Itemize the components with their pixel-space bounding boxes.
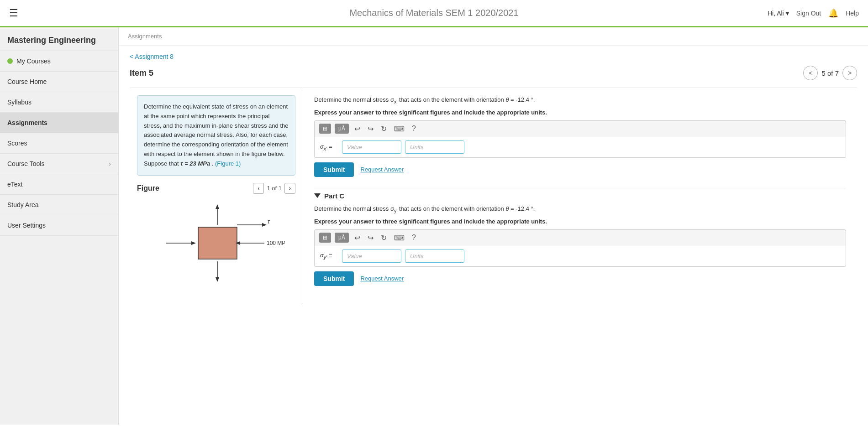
green-dot-icon — [7, 58, 13, 64]
part-c-redo-button[interactable]: ↪ — [366, 233, 375, 243]
part-c-help-button[interactable]: ? — [410, 233, 418, 243]
sidebar-item-syllabus[interactable]: Syllabus — [0, 92, 118, 113]
part-b-instruction: Express your answer to three significant… — [314, 109, 846, 116]
keyboard-button[interactable]: ⌨ — [392, 124, 406, 134]
figure-prev-button[interactable]: ‹ — [253, 183, 264, 194]
item-title: Item 5 — [130, 68, 153, 78]
sidebar: Mastering Engineering My Courses Course … — [0, 27, 119, 425]
prev-item-button[interactable]: < — [803, 66, 818, 80]
part-c-answer-row: σy′ = — [314, 246, 846, 267]
bell-icon[interactable]: 🔔 — [828, 8, 838, 18]
svg-text:τ: τ — [268, 218, 270, 225]
top-nav: ☰ Mechanics of Materials SEM 1 2020/2021… — [0, 0, 868, 27]
sidebar-nav: My Courses Course Home Syllabus Assignme… — [0, 51, 118, 236]
part-c-undo-button[interactable]: ↩ — [352, 233, 362, 243]
problem-description: Determine the equivalent state of stress… — [137, 95, 295, 176]
part-c-question: Determine the normal stress σy′ that act… — [314, 204, 846, 214]
figure-pagination: ‹ 1 of 1 › — [253, 183, 295, 194]
page-indicator: 5 of 7 — [821, 69, 839, 77]
part-c-toolbar: ⊞ μÅ ↩ ↪ ↻ ⌨ ? — [314, 229, 846, 246]
part-c-sigma-label: σy′ = — [320, 252, 338, 260]
svg-rect-5 — [198, 227, 237, 259]
grid-button[interactable]: ⊞ — [319, 124, 331, 134]
svg-marker-12 — [216, 204, 219, 209]
sidebar-item-label: Course Home — [7, 78, 47, 85]
sidebar-item-label: Syllabus — [7, 99, 32, 106]
main-content: Assignments < Assignment 8 Item 5 < 5 of… — [119, 27, 868, 425]
part-c-instruction: Express your answer to three significant… — [314, 218, 846, 225]
part-b-submit-row: Submit Request Answer — [314, 162, 846, 177]
sidebar-item-label: Study Area — [7, 201, 39, 208]
item-header: Item 5 < 5 of 7 > — [130, 66, 857, 80]
sidebar-item-course-home[interactable]: Course Home — [0, 72, 118, 92]
part-c-refresh-button[interactable]: ↻ — [379, 233, 389, 243]
page-title: Mechanics of Materials SEM 1 2020/2021 — [349, 8, 518, 18]
part-c-submit-row: Submit Request Answer — [314, 271, 846, 286]
part-c-submit-button[interactable]: Submit — [314, 271, 354, 286]
top-nav-right: Hi, Ali ▾ Sign Out 🔔 Help — [768, 8, 859, 18]
undo-button[interactable]: ↩ — [352, 124, 362, 134]
left-column: Determine the equivalent state of stress… — [130, 88, 303, 304]
user-menu[interactable]: Hi, Ali ▾ — [768, 10, 789, 17]
sidebar-brand: Mastering Engineering — [0, 27, 118, 51]
part-c-value-input[interactable] — [342, 249, 401, 263]
sidebar-item-scores[interactable]: Scores — [0, 133, 118, 154]
part-c-section: Part C Determine the normal stress σy′ t… — [314, 192, 846, 286]
sidebar-item-user-settings[interactable]: User Settings — [0, 215, 118, 236]
toolbar-help-button[interactable]: ? — [410, 124, 418, 134]
part-b-request-answer-link[interactable]: Request Answer — [360, 166, 404, 173]
part-c-grid-button[interactable]: ⊞ — [319, 233, 331, 243]
sidebar-item-etext[interactable]: eText — [0, 174, 118, 195]
help-link[interactable]: Help — [846, 10, 859, 17]
sidebar-item-assignments[interactable]: Assignments — [0, 113, 118, 133]
svg-marker-10 — [216, 277, 219, 282]
back-link[interactable]: < Assignment 8 — [130, 53, 857, 60]
part-b-section: Determine the normal stress σx′ that act… — [314, 95, 846, 177]
sign-out-link[interactable]: Sign Out — [796, 10, 821, 17]
mu-button[interactable]: μÅ — [335, 124, 349, 134]
figure-header: Figure ‹ 1 of 1 › — [137, 183, 295, 194]
hamburger-menu[interactable]: ☰ — [9, 7, 18, 19]
content-area: < Assignment 8 Item 5 < 5 of 7 > Determi… — [119, 46, 868, 312]
part-b-toolbar: ⊞ μÅ ↩ ↪ ↻ ⌨ ? — [314, 120, 846, 137]
part-c-keyboard-button[interactable]: ⌨ — [392, 233, 406, 243]
part-c-label: Part C — [324, 192, 344, 200]
sidebar-item-label: My Courses — [16, 57, 51, 65]
breadcrumb: Assignments — [119, 27, 868, 46]
pagination-controls: < 5 of 7 > — [803, 66, 857, 80]
right-column: Determine the normal stress σx′ that act… — [303, 88, 857, 304]
figure-link[interactable]: (Figure 1) — [215, 160, 241, 167]
sidebar-item-label: eText — [7, 181, 22, 188]
stress-diagram: τ 100 MPa — [148, 200, 285, 286]
sidebar-item-course-tools[interactable]: Course Tools › — [0, 154, 118, 174]
part-c-request-answer-link[interactable]: Request Answer — [360, 275, 404, 282]
next-item-button[interactable]: > — [842, 66, 857, 80]
sidebar-item-label: Assignments — [7, 119, 47, 126]
two-col-layout: Determine the equivalent state of stress… — [130, 88, 857, 304]
part-b-units-input[interactable] — [405, 140, 464, 154]
figure-title: Figure — [137, 184, 159, 192]
chevron-down-icon: ▾ — [786, 10, 789, 17]
user-greeting: Hi, Ali — [768, 10, 784, 17]
sidebar-item-study-area[interactable]: Study Area — [0, 195, 118, 215]
sidebar-item-my-courses[interactable]: My Courses — [0, 51, 118, 72]
sidebar-item-label: User Settings — [7, 222, 46, 229]
part-c-units-input[interactable] — [405, 249, 464, 263]
part-b-answer-row: σx′ = — [314, 137, 846, 158]
sidebar-item-label: Course Tools — [7, 160, 44, 167]
chevron-right-icon: › — [109, 160, 111, 167]
redo-button[interactable]: ↪ — [366, 124, 375, 134]
part-b-sigma-label: σx′ = — [320, 143, 338, 151]
svg-marker-3 — [262, 223, 267, 227]
part-b-value-input[interactable] — [342, 140, 401, 154]
refresh-button[interactable]: ↻ — [379, 124, 389, 134]
sidebar-item-label: Scores — [7, 140, 27, 147]
figure-page-indicator: 1 of 1 — [267, 185, 282, 192]
part-c-mu-button[interactable]: μÅ — [335, 233, 349, 243]
part-b-submit-button[interactable]: Submit — [314, 162, 354, 177]
svg-text:100 MPa: 100 MPa — [267, 240, 285, 246]
main-layout: Mastering Engineering My Courses Course … — [0, 27, 868, 425]
problem-text: Determine the equivalent state of stress… — [144, 103, 288, 167]
figure-next-button[interactable]: › — [284, 183, 295, 194]
collapse-triangle-icon[interactable] — [314, 193, 321, 198]
